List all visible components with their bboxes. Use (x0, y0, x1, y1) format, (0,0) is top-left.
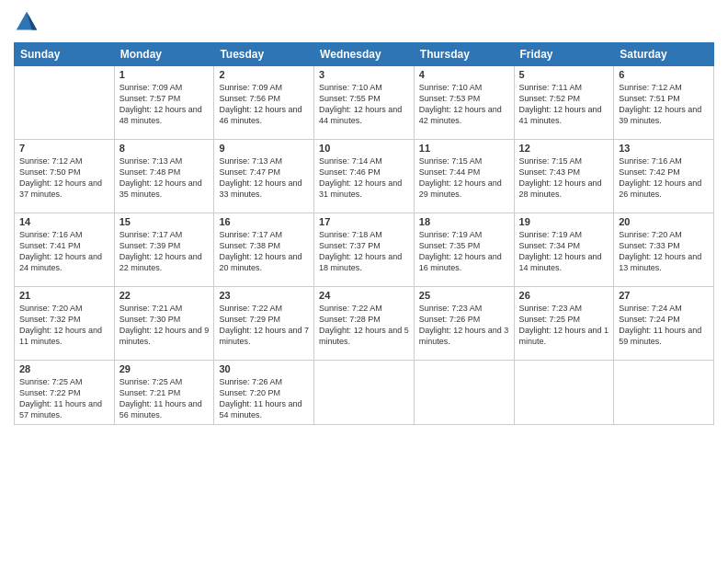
day-number: 11 (419, 143, 509, 154)
calendar-week-5: 28Sunrise: 7:25 AMSunset: 7:22 PMDayligh… (15, 361, 714, 425)
calendar-week-2: 7Sunrise: 7:12 AMSunset: 7:50 PMDaylight… (15, 140, 714, 213)
day-number: 23 (219, 290, 309, 301)
calendar-week-4: 21Sunrise: 7:20 AMSunset: 7:32 PMDayligh… (15, 287, 714, 361)
calendar-cell: 2Sunrise: 7:09 AMSunset: 7:56 PMDaylight… (214, 66, 314, 140)
day-number: 25 (419, 290, 509, 301)
calendar-cell: 17Sunrise: 7:18 AMSunset: 7:37 PMDayligh… (314, 213, 415, 287)
calendar-cell: 26Sunrise: 7:23 AMSunset: 7:25 PMDayligh… (514, 287, 614, 361)
header (14, 9, 714, 35)
day-number: 20 (619, 216, 709, 227)
calendar-cell: 18Sunrise: 7:19 AMSunset: 7:35 PMDayligh… (414, 213, 514, 287)
day-info: Sunrise: 7:09 AMSunset: 7:56 PMDaylight:… (219, 82, 309, 127)
calendar-cell: 5Sunrise: 7:11 AMSunset: 7:52 PMDaylight… (514, 66, 614, 140)
calendar-header-row: SundayMondayTuesdayWednesdayThursdayFrid… (15, 43, 714, 66)
logo-icon (14, 9, 40, 35)
day-info: Sunrise: 7:14 AMSunset: 7:46 PMDaylight:… (319, 155, 409, 201)
day-info: Sunrise: 7:25 AMSunset: 7:22 PMDaylight:… (19, 376, 109, 421)
day-info: Sunrise: 7:16 AMSunset: 7:42 PMDaylight:… (619, 155, 709, 201)
calendar-cell (314, 361, 415, 425)
day-info: Sunrise: 7:13 AMSunset: 7:47 PMDaylight:… (219, 155, 309, 201)
day-number: 8 (119, 143, 210, 154)
calendar-week-3: 14Sunrise: 7:16 AMSunset: 7:41 PMDayligh… (15, 213, 714, 287)
calendar-cell: 3Sunrise: 7:10 AMSunset: 7:55 PMDaylight… (314, 66, 415, 140)
day-info: Sunrise: 7:10 AMSunset: 7:55 PMDaylight:… (319, 82, 409, 127)
weekday-header-wednesday: Wednesday (314, 43, 415, 66)
calendar-cell: 27Sunrise: 7:24 AMSunset: 7:24 PMDayligh… (614, 287, 714, 361)
day-info: Sunrise: 7:26 AMSunset: 7:20 PMDaylight:… (219, 376, 309, 421)
weekday-header-friday: Friday (514, 43, 614, 66)
day-number: 30 (219, 363, 309, 374)
day-number: 12 (519, 143, 609, 154)
day-info: Sunrise: 7:16 AMSunset: 7:41 PMDaylight:… (19, 229, 109, 274)
calendar-cell: 23Sunrise: 7:22 AMSunset: 7:29 PMDayligh… (214, 287, 314, 361)
day-info: Sunrise: 7:24 AMSunset: 7:24 PMDaylight:… (619, 303, 709, 348)
day-number: 17 (319, 216, 409, 227)
day-info: Sunrise: 7:20 AMSunset: 7:33 PMDaylight:… (619, 229, 709, 274)
calendar-cell: 16Sunrise: 7:17 AMSunset: 7:38 PMDayligh… (214, 213, 314, 287)
day-info: Sunrise: 7:09 AMSunset: 7:57 PMDaylight:… (119, 82, 210, 127)
day-number: 5 (519, 69, 609, 80)
weekday-header-monday: Monday (114, 43, 214, 66)
day-info: Sunrise: 7:10 AMSunset: 7:53 PMDaylight:… (419, 82, 509, 127)
calendar-cell: 9Sunrise: 7:13 AMSunset: 7:47 PMDaylight… (214, 140, 314, 213)
calendar-cell: 22Sunrise: 7:21 AMSunset: 7:30 PMDayligh… (114, 287, 214, 361)
day-number: 2 (219, 69, 309, 80)
calendar-cell (15, 66, 115, 140)
day-number: 28 (19, 363, 109, 374)
day-info: Sunrise: 7:13 AMSunset: 7:48 PMDaylight:… (119, 155, 210, 201)
calendar-cell: 4Sunrise: 7:10 AMSunset: 7:53 PMDaylight… (414, 66, 514, 140)
day-number: 24 (319, 290, 409, 301)
day-info: Sunrise: 7:23 AMSunset: 7:26 PMDaylight:… (419, 303, 509, 348)
day-number: 27 (619, 290, 709, 301)
day-number: 29 (119, 363, 210, 374)
day-number: 4 (419, 69, 509, 80)
day-number: 26 (519, 290, 609, 301)
logo (14, 9, 43, 35)
day-info: Sunrise: 7:17 AMSunset: 7:38 PMDaylight:… (219, 229, 309, 274)
day-number: 16 (219, 216, 309, 227)
calendar-cell: 14Sunrise: 7:16 AMSunset: 7:41 PMDayligh… (15, 213, 115, 287)
calendar-cell: 7Sunrise: 7:12 AMSunset: 7:50 PMDaylight… (15, 140, 115, 213)
day-info: Sunrise: 7:22 AMSunset: 7:28 PMDaylight:… (319, 303, 409, 348)
day-info: Sunrise: 7:12 AMSunset: 7:50 PMDaylight:… (19, 155, 109, 201)
day-info: Sunrise: 7:23 AMSunset: 7:25 PMDaylight:… (519, 303, 609, 348)
day-info: Sunrise: 7:21 AMSunset: 7:30 PMDaylight:… (119, 303, 210, 348)
day-info: Sunrise: 7:12 AMSunset: 7:51 PMDaylight:… (619, 82, 709, 127)
calendar-cell: 13Sunrise: 7:16 AMSunset: 7:42 PMDayligh… (614, 140, 714, 213)
page: SundayMondayTuesdayWednesdayThursdayFrid… (0, 0, 728, 563)
day-info: Sunrise: 7:15 AMSunset: 7:44 PMDaylight:… (419, 155, 509, 201)
weekday-header-saturday: Saturday (614, 43, 714, 66)
day-info: Sunrise: 7:11 AMSunset: 7:52 PMDaylight:… (519, 82, 609, 127)
calendar-table: SundayMondayTuesdayWednesdayThursdayFrid… (14, 42, 714, 425)
calendar-cell: 29Sunrise: 7:25 AMSunset: 7:21 PMDayligh… (114, 361, 214, 425)
calendar-cell: 21Sunrise: 7:20 AMSunset: 7:32 PMDayligh… (15, 287, 115, 361)
day-number: 21 (19, 290, 109, 301)
calendar-cell: 24Sunrise: 7:22 AMSunset: 7:28 PMDayligh… (314, 287, 415, 361)
day-number: 10 (319, 143, 409, 154)
weekday-header-tuesday: Tuesday (214, 43, 314, 66)
calendar-cell: 8Sunrise: 7:13 AMSunset: 7:48 PMDaylight… (114, 140, 214, 213)
day-number: 22 (119, 290, 210, 301)
day-number: 6 (619, 69, 709, 80)
calendar-cell: 15Sunrise: 7:17 AMSunset: 7:39 PMDayligh… (114, 213, 214, 287)
day-number: 13 (619, 143, 709, 154)
day-number: 7 (19, 143, 109, 154)
calendar-cell: 25Sunrise: 7:23 AMSunset: 7:26 PMDayligh… (414, 287, 514, 361)
calendar-cell: 20Sunrise: 7:20 AMSunset: 7:33 PMDayligh… (614, 213, 714, 287)
day-info: Sunrise: 7:19 AMSunset: 7:35 PMDaylight:… (419, 229, 509, 274)
day-number: 15 (119, 216, 210, 227)
weekday-header-sunday: Sunday (15, 43, 115, 66)
weekday-header-thursday: Thursday (414, 43, 514, 66)
calendar-cell (514, 361, 614, 425)
day-info: Sunrise: 7:19 AMSunset: 7:34 PMDaylight:… (519, 229, 609, 274)
day-info: Sunrise: 7:25 AMSunset: 7:21 PMDaylight:… (119, 376, 210, 421)
day-number: 3 (319, 69, 409, 80)
day-number: 19 (519, 216, 609, 227)
calendar-week-1: 1Sunrise: 7:09 AMSunset: 7:57 PMDaylight… (15, 66, 714, 140)
day-info: Sunrise: 7:20 AMSunset: 7:32 PMDaylight:… (19, 303, 109, 348)
day-info: Sunrise: 7:15 AMSunset: 7:43 PMDaylight:… (519, 155, 609, 201)
day-number: 1 (119, 69, 210, 80)
calendar-cell: 30Sunrise: 7:26 AMSunset: 7:20 PMDayligh… (214, 361, 314, 425)
day-number: 9 (219, 143, 309, 154)
day-info: Sunrise: 7:17 AMSunset: 7:39 PMDaylight:… (119, 229, 210, 274)
